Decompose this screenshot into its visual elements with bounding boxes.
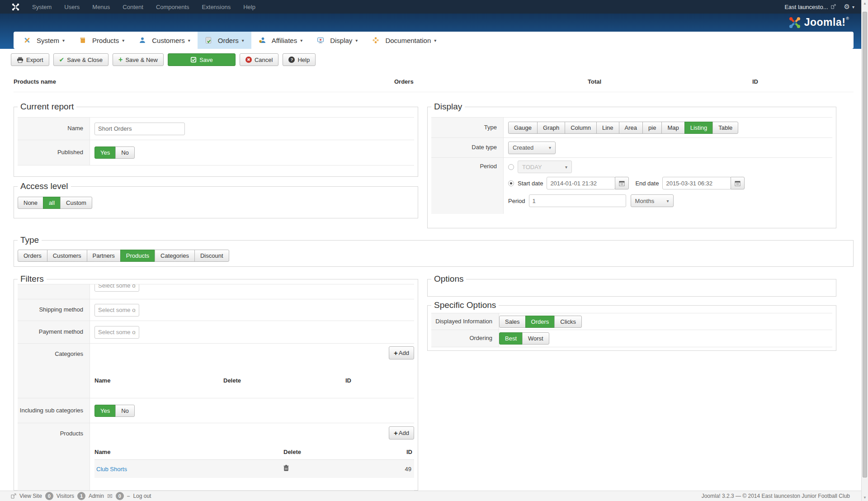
shipping-method-input[interactable]	[94, 304, 139, 317]
view-site-link[interactable]: View Site	[19, 493, 42, 499]
end-date-input[interactable]	[662, 177, 731, 189]
scroll-down-icon[interactable]: ▼	[862, 496, 868, 500]
scrollbar[interactable]: ▲ ▼	[861, 0, 868, 501]
published-no-button[interactable]: No	[115, 147, 135, 159]
subcat-yes-button[interactable]: Yes	[94, 405, 116, 417]
clipped-filter-input[interactable]	[94, 284, 139, 292]
date-type-label: Date type	[431, 138, 504, 157]
save-new-label: Save & New	[125, 57, 158, 63]
admin-menu-system[interactable]: System	[26, 4, 58, 10]
period-unit-value: Months	[635, 198, 655, 204]
trash-icon[interactable]	[283, 465, 289, 473]
type-listing-button[interactable]: Listing	[684, 122, 713, 134]
report-name-input[interactable]	[94, 123, 185, 135]
today-select[interactable]: TODAY ▾	[518, 161, 572, 173]
product-link[interactable]: Club Shorts	[96, 466, 127, 473]
admin-menu-content[interactable]: Content	[116, 4, 150, 10]
nav-item-affiliates[interactable]: $ Affiliates ▾	[251, 32, 310, 49]
site-name-link[interactable]: East launcesto...	[784, 4, 828, 10]
type-table-button[interactable]: Table	[712, 122, 738, 134]
rtype-partners-button[interactable]: Partners	[87, 250, 121, 262]
logout-link[interactable]: Log out	[133, 493, 151, 499]
filters-legend: Filters	[18, 274, 47, 284]
access-all-button[interactable]: all	[43, 197, 61, 209]
access-custom-button[interactable]: Custom	[60, 197, 92, 209]
help-button[interactable]: ? Help	[283, 53, 316, 66]
info-orders-button[interactable]: Orders	[525, 316, 555, 328]
cancel-button[interactable]: ✖ Cancel	[240, 53, 278, 66]
scroll-up-icon[interactable]: ▲	[862, 1, 868, 5]
save-close-button[interactable]: ✔ Save & Close	[53, 53, 109, 66]
info-sales-button[interactable]: Sales	[499, 316, 526, 328]
nav-item-orders[interactable]: Orders ▾	[198, 32, 251, 49]
type-area-button[interactable]: Area	[619, 122, 643, 134]
ordering-row: Ordering Best Worst	[431, 330, 832, 347]
rtype-products-button[interactable]: Products	[120, 250, 155, 262]
date-range-radio[interactable]	[508, 180, 514, 186]
chevron-down-icon[interactable]: ▾	[852, 5, 854, 9]
scrollbar-thumb[interactable]	[863, 12, 867, 477]
displayed-info-group: Sales Orders Clicks	[499, 316, 582, 328]
type-column-button[interactable]: Column	[565, 122, 597, 134]
published-toggle: Yes No	[94, 147, 135, 159]
period-input[interactable]	[529, 194, 626, 207]
type-legend: Type	[18, 235, 42, 245]
admin-menu-components[interactable]: Components	[150, 4, 196, 10]
display-legend: Display	[431, 102, 465, 112]
chevron-down-icon: ▾	[242, 38, 244, 43]
add-label: Add	[399, 430, 409, 436]
start-date-input[interactable]	[547, 177, 615, 189]
gear-icon[interactable]: ⚙	[844, 3, 850, 11]
admin-menu-menus[interactable]: Menus	[86, 4, 116, 10]
date-type-select[interactable]: Created ▾	[508, 142, 556, 154]
admin-menu-users[interactable]: Users	[58, 4, 86, 10]
joomla-color-logo-icon	[788, 16, 801, 29]
type-graph-button[interactable]: Graph	[537, 122, 565, 134]
external-link-icon[interactable]	[831, 3, 836, 11]
rtype-customers-button[interactable]: Customers	[47, 250, 87, 262]
period-unit-select[interactable]: Months ▾	[631, 194, 674, 207]
admin-menu-help[interactable]: Help	[237, 4, 262, 10]
start-date-calendar-button[interactable]	[615, 177, 629, 189]
type-pie-button[interactable]: pie	[642, 122, 662, 134]
save-button[interactable]: Save	[168, 53, 236, 66]
save-new-button[interactable]: + Save & New	[113, 53, 164, 66]
options-fieldset: Options	[427, 274, 836, 297]
products-add-button[interactable]: +Add	[389, 426, 414, 440]
published-yes-button[interactable]: Yes	[94, 147, 116, 159]
type-gauge-button[interactable]: Gauge	[508, 122, 538, 134]
nav-item-display[interactable]: Display ▾	[310, 32, 365, 49]
categories-add-button[interactable]: +Add	[389, 346, 414, 359]
nav-item-documentation[interactable]: Documentation ▾	[365, 32, 443, 49]
nav-item-customers[interactable]: Customers ▾	[132, 32, 198, 49]
access-none-button[interactable]: None	[18, 197, 43, 209]
today-radio[interactable]	[508, 164, 514, 170]
payment-method-input[interactable]	[94, 326, 139, 339]
end-date-calendar-button[interactable]	[731, 177, 745, 189]
displayed-info-label: Displayed Information	[431, 313, 499, 330]
admin-menu-extensions[interactable]: Extensions	[196, 4, 237, 10]
rtype-categories-button[interactable]: Categories	[155, 250, 195, 262]
display-type-group: Gauge Graph Column Line Area pie Map Lis…	[508, 122, 738, 134]
type-label: Type	[431, 118, 504, 137]
preview-col-id: ID	[752, 78, 758, 85]
export-button[interactable]: Export	[11, 53, 49, 66]
preview-col-products-name: Products name	[14, 78, 56, 85]
save-label: Save	[199, 57, 213, 63]
envelope-icon[interactable]: ✉	[107, 492, 113, 500]
cancel-label: Cancel	[255, 57, 273, 63]
messages-count-badge: 0	[116, 492, 124, 500]
subcat-no-button[interactable]: No	[115, 405, 135, 417]
ordering-worst-button[interactable]: Worst	[522, 332, 549, 345]
rtype-orders-button[interactable]: Orders	[18, 250, 47, 262]
rtype-discount-button[interactable]: Discount	[194, 250, 229, 262]
current-report-fieldset: Current report Name Published Yes No	[14, 102, 418, 177]
product-id: 49	[405, 466, 414, 473]
nav-item-products[interactable]: Products ▾	[72, 32, 132, 49]
type-map-button[interactable]: Map	[661, 122, 684, 134]
nav-item-system[interactable]: System ▾	[16, 32, 72, 49]
type-line-button[interactable]: Line	[596, 122, 619, 134]
ordering-best-button[interactable]: Best	[499, 332, 523, 345]
period-field-label: Period	[508, 198, 525, 204]
info-clicks-button[interactable]: Clicks	[554, 316, 582, 328]
